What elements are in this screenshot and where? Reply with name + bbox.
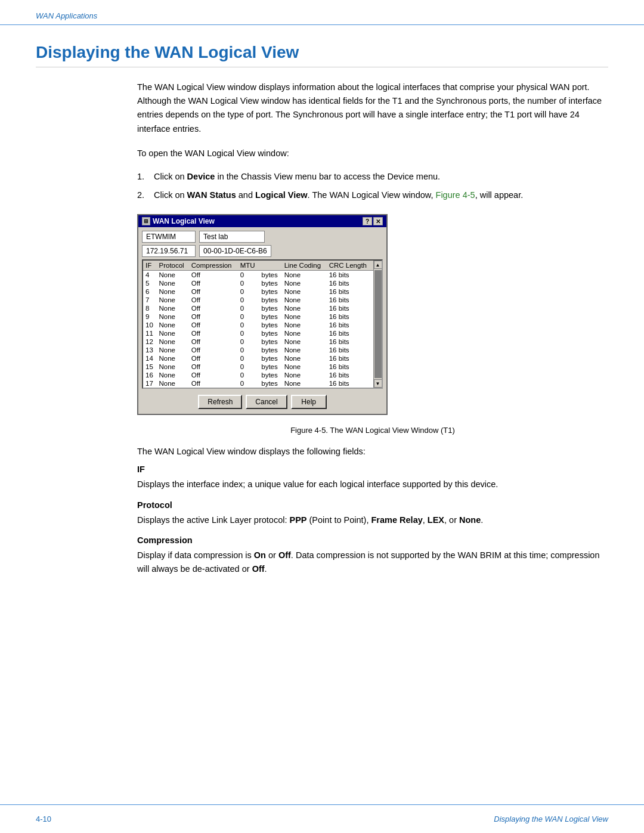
table-cell: 0 (238, 321, 259, 329)
table-cell: None (282, 363, 327, 371)
table-row: 5NoneOff0bytesNone16 bits (143, 279, 382, 287)
table-cell: None (282, 346, 327, 354)
scroll-down-button[interactable]: ▼ (374, 379, 382, 388)
table-cell: 0 (238, 287, 259, 296)
step-1-text: Click on Device in the Chassis View menu… (154, 170, 440, 184)
table-cell: 0 (238, 354, 259, 363)
table-row: 16NoneOff0bytesNone16 bits (143, 371, 382, 379)
table-row: 8NoneOff0bytesNone16 bits (143, 304, 382, 312)
table-cell: bytes (259, 321, 281, 329)
wan-title-bar: ⊞ WAN Logical View ? ✕ (138, 215, 386, 227)
table-cell: None (156, 329, 188, 337)
table-row: 11NoneOff0bytesNone16 bits (143, 329, 382, 337)
table-row: 4NoneOff0bytesNone16 bits (143, 271, 382, 280)
step-1: 1. Click on Device in the Chassis View m… (137, 170, 608, 184)
figure-caption: Figure 4-5. The WAN Logical View Window … (137, 426, 608, 435)
wan-window-icon: ⊞ (142, 217, 150, 225)
table-cell: Off (189, 312, 238, 321)
table-cell: 0 (238, 312, 259, 321)
step-2-number: 2. (137, 188, 149, 202)
wan-title-left: ⊞ WAN Logical View (142, 217, 215, 225)
table-cell: Off (189, 329, 238, 337)
table-cell: Off (189, 379, 238, 388)
table-cell: bytes (259, 296, 281, 304)
table-cell: Off (189, 271, 238, 280)
table-cell: 0 (238, 271, 259, 280)
scroll-up-button[interactable]: ▲ (374, 261, 382, 269)
field-protocol-text: Displays the active Link Layer protocol:… (137, 513, 608, 527)
wan-table-wrapper: IF Protocol Compression MTU Line Coding … (142, 259, 383, 389)
table-row: 12NoneOff0bytesNone16 bits (143, 337, 382, 346)
table-cell: 0 (238, 337, 259, 346)
table-cell: None (156, 312, 188, 321)
scroll-thumb[interactable] (374, 270, 382, 378)
col-compression: Compression (189, 261, 238, 271)
table-cell: 10 (143, 321, 156, 329)
table-row: 13NoneOff0bytesNone16 bits (143, 346, 382, 354)
table-cell: Off (189, 279, 238, 287)
field-protocol-heading: Protocol (137, 500, 608, 510)
table-header-row: IF Protocol Compression MTU Line Coding … (143, 261, 382, 271)
table-cell: 15 (143, 363, 156, 371)
table-cell: 7 (143, 296, 156, 304)
figure-link[interactable]: Figure 4-5 (436, 190, 475, 200)
table-cell: 0 (238, 379, 259, 388)
table-cell: bytes (259, 287, 281, 296)
field-if-heading: IF (137, 465, 608, 474)
table-cell: None (156, 287, 188, 296)
table-cell: 0 (238, 296, 259, 304)
table-cell: bytes (259, 371, 281, 379)
table-cell: Off (189, 354, 238, 363)
scrollbar[interactable]: ▲ ▼ (373, 261, 382, 388)
wan-info-row-2: 172.19.56.71 00-00-1D-0E-C6-B6 (142, 245, 383, 257)
table-cell: Off (189, 363, 238, 371)
table-cell: None (156, 346, 188, 354)
table-row: 14NoneOff0bytesNone16 bits (143, 354, 382, 363)
breadcrumb: WAN Applications (36, 11, 97, 20)
table-cell: None (156, 354, 188, 363)
table-cell: bytes (259, 279, 281, 287)
help-title-button[interactable]: ? (363, 217, 372, 225)
table-cell: 0 (238, 363, 259, 371)
table-cell: None (156, 337, 188, 346)
refresh-button[interactable]: Refresh (198, 395, 242, 409)
table-cell: 13 (143, 346, 156, 354)
device-location-cell: Test lab (199, 231, 265, 243)
table-row: 6NoneOff0bytesNone16 bits (143, 287, 382, 296)
table-cell: None (156, 304, 188, 312)
table-cell: None (282, 312, 327, 321)
table-cell: None (282, 287, 327, 296)
table-cell: 8 (143, 304, 156, 312)
wan-logical-view-window: ⊞ WAN Logical View ? ✕ ETWMIM Test lab 1… (137, 214, 388, 415)
table-cell: 5 (143, 279, 156, 287)
table-cell: None (156, 363, 188, 371)
table-cell: 0 (238, 346, 259, 354)
field-compression-heading: Compression (137, 535, 608, 545)
close-title-button[interactable]: ✕ (373, 217, 383, 225)
table-cell: 0 (238, 329, 259, 337)
col-mtu-unit (259, 261, 281, 271)
footer-page-number: 4-10 (36, 815, 51, 823)
wan-table: IF Protocol Compression MTU Line Coding … (143, 261, 382, 388)
table-cell: Off (189, 321, 238, 329)
table-cell: None (282, 271, 327, 280)
wan-buttons-row: Refresh Cancel Help (142, 392, 383, 410)
cancel-button[interactable]: Cancel (246, 395, 287, 409)
mac-address-cell: 00-00-1D-0E-C6-B6 (199, 245, 271, 257)
intro-paragraph: The WAN Logical View window displays inf… (137, 80, 608, 136)
table-cell: Off (189, 337, 238, 346)
table-cell: None (282, 321, 327, 329)
table-cell: 12 (143, 337, 156, 346)
table-cell: None (156, 321, 188, 329)
table-cell: None (282, 379, 327, 388)
main-content: Displaying the WAN Logical View The WAN … (0, 25, 644, 606)
wan-title-buttons: ? ✕ (363, 217, 383, 225)
fields-intro: The WAN Logical View window displays the… (137, 447, 608, 456)
help-button[interactable]: Help (291, 395, 327, 409)
table-row: 7NoneOff0bytesNone16 bits (143, 296, 382, 304)
wan-window-title: WAN Logical View (153, 217, 215, 225)
table-cell: None (282, 371, 327, 379)
table-cell: bytes (259, 304, 281, 312)
table-cell: None (282, 329, 327, 337)
table-cell: None (156, 271, 188, 280)
